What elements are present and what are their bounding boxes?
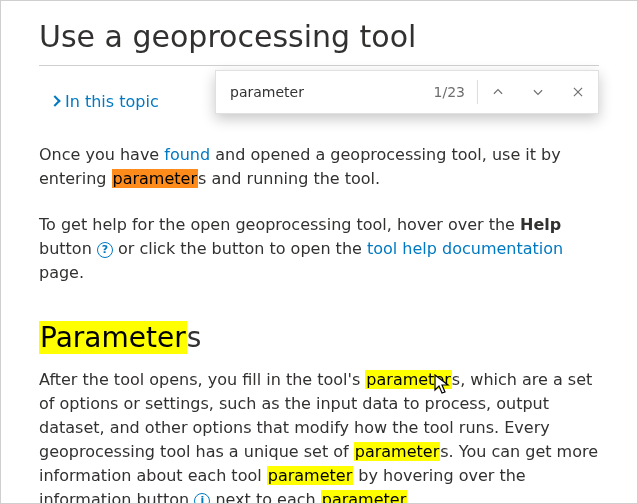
info-icon[interactable]: i	[194, 493, 210, 505]
intro-paragraph-1: Once you have found and opened a geoproc…	[39, 143, 599, 191]
find-next-button[interactable]	[518, 71, 558, 113]
help-label: Help	[520, 215, 561, 234]
found-link[interactable]: found	[164, 145, 210, 164]
find-prev-button[interactable]	[478, 71, 518, 113]
chevron-down-icon	[531, 85, 545, 99]
parameters-heading: Parameters	[39, 321, 599, 354]
chevron-right-icon	[49, 95, 60, 106]
intro-paragraph-2: To get help for the open geoprocessing t…	[39, 213, 599, 285]
highlight: parameter	[267, 466, 353, 485]
highlight-active: parameter	[112, 169, 198, 188]
text: or click the button to open the	[113, 239, 367, 258]
divider	[39, 65, 599, 66]
text: .	[407, 490, 412, 505]
text: Once you have	[39, 145, 164, 164]
text: To get help for the open geoprocessing t…	[39, 215, 520, 234]
help-icon[interactable]: ?	[97, 242, 113, 258]
text: next to each	[210, 490, 320, 505]
highlight: parameter	[365, 370, 451, 389]
highlight: parameter	[321, 490, 407, 505]
text: s	[187, 321, 202, 354]
parameters-paragraph: After the tool opens, you fill in the to…	[39, 368, 599, 505]
tool-help-doc-link[interactable]: tool help documentation	[367, 239, 563, 258]
find-bar: 1/23	[215, 70, 599, 114]
highlight: parameter	[354, 442, 440, 461]
text: After the tool opens, you fill in the to…	[39, 370, 365, 389]
find-input[interactable]	[216, 71, 434, 113]
highlight: Parameter	[39, 321, 187, 354]
in-this-topic-label: In this topic	[65, 92, 159, 111]
find-counter: 1/23	[434, 84, 477, 100]
document-viewport: Use a geoprocessing tool In this topic O…	[0, 0, 638, 504]
close-icon	[571, 85, 585, 99]
text: s and running the tool.	[198, 169, 380, 188]
page-title: Use a geoprocessing tool	[39, 19, 599, 55]
text: page.	[39, 263, 84, 282]
in-this-topic-toggle[interactable]: In this topic	[39, 92, 159, 111]
find-close-button[interactable]	[558, 71, 598, 113]
chevron-up-icon	[491, 85, 505, 99]
text: button	[39, 239, 97, 258]
